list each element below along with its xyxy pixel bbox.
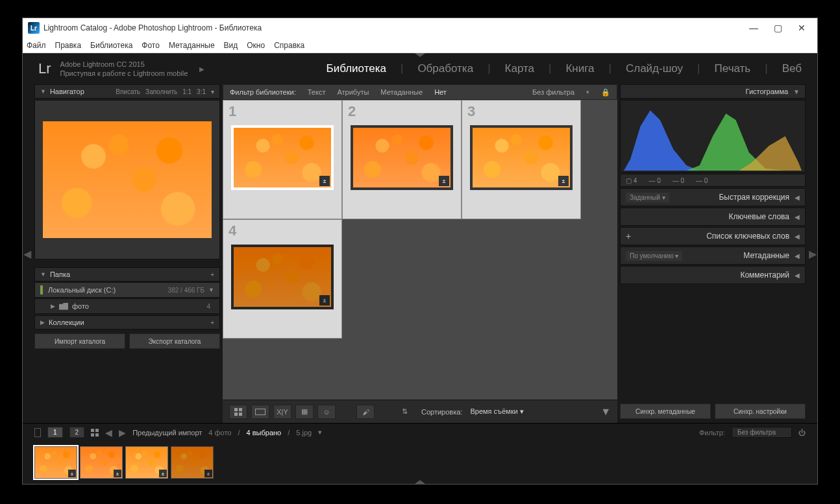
- folders-header[interactable]: ▼ Папка +: [34, 267, 220, 282]
- grid-cell[interactable]: 3 ±: [462, 100, 581, 219]
- maximize-button[interactable]: ▢: [774, 23, 782, 33]
- metadata-preset-dropdown[interactable]: По умолчанию ▾: [626, 251, 682, 261]
- filter-switch-icon[interactable]: ⏻: [798, 429, 806, 437]
- close-button[interactable]: ✕: [798, 23, 806, 33]
- develop-badge-icon: ±: [558, 176, 569, 186]
- collections-title: Коллекции: [49, 318, 84, 326]
- thumbnail-image[interactable]: ±: [231, 125, 334, 190]
- thumbnail-image[interactable]: ±: [470, 125, 573, 190]
- survey-view-button[interactable]: ▦: [295, 405, 314, 419]
- bottom-panel-toggle-icon[interactable]: [415, 480, 425, 484]
- painter-button[interactable]: 🖌: [356, 405, 375, 419]
- jump-grid-icon[interactable]: [91, 429, 99, 437]
- comments-header[interactable]: Комментарий ◀: [620, 266, 806, 284]
- sort-dropdown[interactable]: Время съёмки ▾: [470, 407, 523, 416]
- develop-badge-icon: ±: [319, 295, 330, 306]
- grid-view-button[interactable]: [229, 405, 247, 419]
- window-1-button[interactable]: 1: [47, 427, 63, 438]
- cell-index: 2: [348, 103, 356, 120]
- module-develop[interactable]: Обработка: [417, 60, 473, 78]
- module-web[interactable]: Веб: [782, 60, 802, 78]
- filter-attributes[interactable]: Атрибуты: [337, 88, 369, 96]
- filter-preset[interactable]: Без фильтра: [532, 88, 574, 96]
- keywords-header[interactable]: Ключевые слова ◀: [620, 208, 806, 226]
- module-slideshow[interactable]: Слайд-шоу: [626, 60, 683, 78]
- grid-cell[interactable]: 4 ±: [223, 219, 342, 339]
- sync-settings-button[interactable]: Синхр. настройки: [715, 403, 806, 419]
- compare-view-button[interactable]: X|Y: [273, 405, 291, 419]
- top-panel-toggle-icon[interactable]: [415, 53, 425, 57]
- module-map[interactable]: Карта: [505, 60, 535, 78]
- filmstrip-thumb[interactable]: ±: [125, 446, 168, 479]
- thumbnail-image[interactable]: ±: [351, 125, 453, 190]
- grid-cell[interactable]: 2 ±: [342, 100, 462, 219]
- export-catalog-button[interactable]: Экспорт каталога: [129, 333, 220, 349]
- menu-metadata[interactable]: Метаданные: [169, 41, 215, 50]
- grid-cell[interactable]: 1 ±: [223, 100, 342, 219]
- add-folder-icon[interactable]: +: [210, 271, 214, 278]
- thumbnail-image[interactable]: ±: [231, 245, 334, 309]
- lightroom-logo: Lr: [38, 60, 51, 77]
- quick-preset-dropdown[interactable]: Заданный ▾: [626, 193, 669, 202]
- window-2-button[interactable]: 2: [69, 427, 85, 438]
- second-window-icon[interactable]: [34, 428, 41, 437]
- minimize-button[interactable]: —: [749, 23, 758, 33]
- filmstrip-thumb[interactable]: ±: [34, 446, 77, 479]
- metadata-header[interactable]: По умолчанию ▾ Метаданные ◀: [620, 246, 806, 265]
- folder-row[interactable]: ▶ фото 4: [34, 298, 220, 314]
- filter-text[interactable]: Текст: [308, 88, 326, 96]
- filmstrip-thumb[interactable]: ±: [171, 446, 214, 479]
- right-panel-toggle-icon[interactable]: ▶: [808, 84, 817, 423]
- current-file: 5.jpg: [296, 429, 312, 437]
- nav-fit[interactable]: Вписать: [116, 88, 140, 95]
- next-arrow-icon[interactable]: ▶: [119, 427, 126, 438]
- import-catalog-button[interactable]: Импорт каталога: [34, 333, 125, 349]
- app-body: Lr Adobe Lightroom CC 2015 Приступая к р…: [23, 53, 817, 484]
- menu-file[interactable]: Файл: [27, 41, 46, 50]
- expand-icon[interactable]: ▶: [51, 303, 55, 309]
- filter-metadata[interactable]: Метаданные: [380, 88, 423, 96]
- module-library[interactable]: Библиотека: [327, 60, 386, 78]
- histogram[interactable]: [620, 100, 806, 173]
- nav-fill[interactable]: Заполнить: [145, 88, 177, 95]
- filmstrip[interactable]: ± ± ± ±: [23, 441, 817, 484]
- source-label[interactable]: Предыдущий импорт: [132, 429, 202, 437]
- chevron-down-icon[interactable]: ▾: [318, 428, 322, 437]
- filter-none[interactable]: Нет: [434, 88, 447, 96]
- nav-3to1[interactable]: 3:1: [197, 88, 206, 95]
- toolbar-menu-icon[interactable]: ▼: [600, 406, 611, 418]
- menu-help[interactable]: Справка: [274, 41, 304, 50]
- thumbnail-grid[interactable]: 1 ± 2 ± 3 ± 4 ±: [223, 100, 617, 400]
- histogram-header[interactable]: Гистограмма ▼: [620, 84, 806, 99]
- menu-window[interactable]: Окно: [247, 41, 265, 50]
- module-print[interactable]: Печать: [715, 60, 751, 78]
- add-collection-icon[interactable]: +: [210, 319, 214, 326]
- chevron-down-icon[interactable]: ▼: [208, 287, 214, 293]
- nav-1to1[interactable]: 1:1: [182, 88, 191, 95]
- menu-view[interactable]: Вид: [224, 41, 238, 50]
- menu-library[interactable]: Библиотека: [90, 41, 132, 50]
- navigator-preview[interactable]: [34, 100, 220, 259]
- chevron-down-icon[interactable]: ▾: [586, 89, 589, 95]
- nav-ratio-menu-icon[interactable]: ▾: [211, 88, 214, 95]
- sort-direction-button[interactable]: ⇅: [395, 405, 414, 419]
- add-keyword-icon[interactable]: +: [626, 231, 631, 241]
- loupe-view-button[interactable]: [251, 405, 269, 419]
- filmstrip-thumb[interactable]: ±: [80, 446, 123, 479]
- keyword-list-header[interactable]: + Список ключевых слов ◀: [620, 227, 806, 245]
- center-area: Фильтр библиотеки: Текст Атрибуты Метада…: [223, 84, 617, 423]
- collections-header[interactable]: ▶ Коллекции +: [34, 315, 220, 330]
- filmstrip-filter-dropdown[interactable]: Без фильтра: [732, 427, 792, 438]
- sync-metadata-button[interactable]: Синхр. метаданные: [620, 403, 711, 419]
- volume-row[interactable]: Локальный диск (C:) 382 / 466 ГБ ▼: [34, 282, 220, 298]
- menu-edit[interactable]: Правка: [55, 41, 82, 50]
- left-panel-toggle-icon[interactable]: ◀: [23, 84, 32, 423]
- prev-arrow-icon[interactable]: ◀: [105, 427, 112, 438]
- navigator-header[interactable]: ▼ Навигатор Вписать Заполнить 1:1 3:1 ▾: [34, 84, 220, 99]
- people-view-button[interactable]: ☺: [317, 405, 336, 419]
- menu-photo[interactable]: Фото: [142, 41, 160, 50]
- lock-icon[interactable]: 🔒: [601, 88, 610, 97]
- quick-develop-header[interactable]: Заданный ▾ Быстрая коррекция ◀: [620, 188, 806, 206]
- module-book[interactable]: Книга: [565, 60, 594, 78]
- play-icon[interactable]: ▶: [199, 66, 204, 73]
